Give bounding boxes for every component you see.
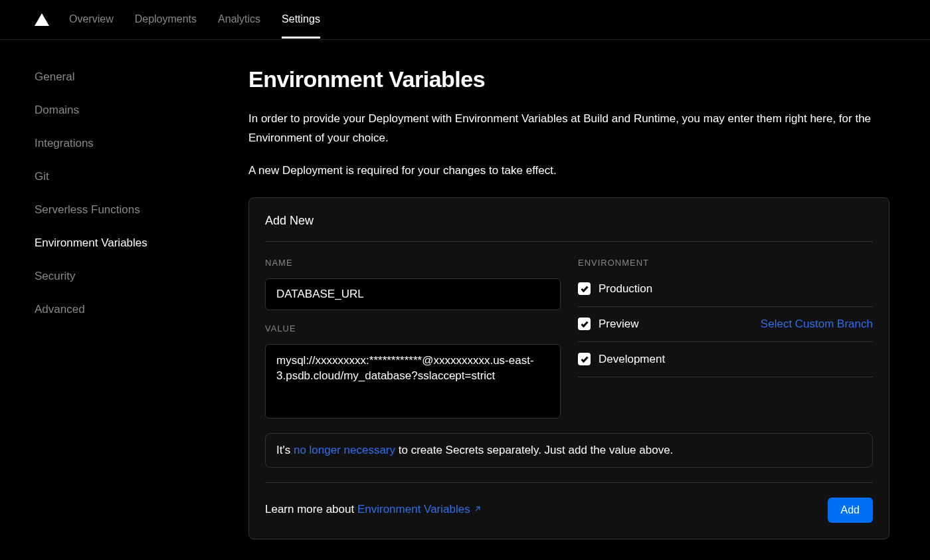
- value-input[interactable]: [265, 344, 561, 419]
- env-row-production: Production: [578, 278, 873, 307]
- check-icon: [581, 355, 589, 363]
- add-button[interactable]: Add: [828, 498, 873, 523]
- info-suffix: to create Secrets separately. Just add t…: [395, 444, 673, 456]
- main-content: Environment Variables In order to provid…: [248, 66, 889, 539]
- sidebar-item-serverless-functions[interactable]: Serverless Functions: [35, 203, 248, 217]
- external-link-icon: [473, 504, 482, 517]
- sidebar-item-integrations[interactable]: Integrations: [35, 137, 248, 150]
- checkbox-preview[interactable]: [578, 318, 591, 330]
- no-longer-necessary-link[interactable]: no longer necessary: [294, 444, 395, 456]
- name-input[interactable]: [265, 278, 561, 310]
- check-icon: [581, 320, 589, 328]
- page-title: Environment Variables: [248, 66, 889, 92]
- footer-prefix: Learn more about: [265, 503, 357, 515]
- environment-label: ENVIRONMENT: [578, 258, 873, 268]
- footer-text: Learn more about Environment Variables: [265, 503, 482, 517]
- top-nav-tabs: Overview Deployments Analytics Settings: [69, 1, 320, 39]
- sidebar-item-security[interactable]: Security: [35, 270, 248, 283]
- secrets-info-banner: It's no longer necessary to create Secre…: [265, 433, 873, 468]
- select-custom-branch-link[interactable]: Select Custom Branch: [761, 318, 873, 331]
- sidebar-item-domains[interactable]: Domains: [35, 104, 248, 117]
- card-title: Add New: [265, 214, 873, 242]
- sidebar-item-git[interactable]: Git: [35, 170, 248, 183]
- sidebar-item-environment-variables[interactable]: Environment Variables: [35, 236, 248, 250]
- sidebar-item-general[interactable]: General: [35, 70, 248, 84]
- sidebar-item-advanced[interactable]: Advanced: [35, 303, 248, 316]
- env-row-development: Development: [578, 342, 873, 377]
- tab-deployments[interactable]: Deployments: [135, 1, 197, 39]
- tab-overview[interactable]: Overview: [69, 1, 114, 39]
- name-label: NAME: [265, 258, 561, 268]
- value-label: VALUE: [265, 324, 561, 333]
- env-label-preview: Preview: [599, 318, 753, 331]
- tab-settings[interactable]: Settings: [282, 1, 320, 39]
- add-new-card: Add New NAME VALUE ENVIRONMENT: [248, 197, 889, 539]
- env-label-production: Production: [599, 282, 873, 296]
- page-description-2: A new Deployment is required for your ch…: [248, 164, 889, 177]
- learn-more-link[interactable]: Environment Variables: [357, 503, 482, 515]
- page-description-1: In order to provide your Deployment with…: [248, 110, 889, 148]
- settings-sidebar: General Domains Integrations Git Serverl…: [35, 66, 248, 539]
- checkbox-development[interactable]: [578, 353, 591, 365]
- checkbox-production[interactable]: [578, 282, 591, 295]
- check-icon: [581, 285, 589, 293]
- env-row-preview: Preview Select Custom Branch: [578, 307, 873, 342]
- tab-analytics[interactable]: Analytics: [218, 1, 260, 39]
- info-prefix: It's: [276, 444, 294, 456]
- vercel-logo-icon[interactable]: [35, 13, 49, 26]
- top-nav: Overview Deployments Analytics Settings: [0, 0, 930, 40]
- env-label-development: Development: [599, 353, 873, 366]
